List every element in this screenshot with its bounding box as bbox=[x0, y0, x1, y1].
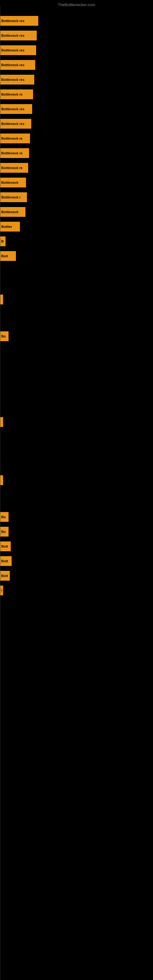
bar-item: B bbox=[0, 585, 6, 596]
bar-label: Bottleneck re bbox=[1, 166, 22, 170]
bar: Bottleneck re bbox=[0, 163, 28, 173]
bar-item: Bottleneck res bbox=[0, 118, 34, 129]
bar: B bbox=[0, 585, 3, 595]
bar: Bottleneck res bbox=[0, 60, 35, 70]
bar-item: Bo bbox=[0, 526, 12, 537]
bar-item: Bottleneck re bbox=[0, 148, 32, 159]
bar-item: Bo bbox=[0, 331, 12, 342]
bar-label: Bottleneck r bbox=[1, 196, 21, 199]
bar: Bott bbox=[0, 556, 12, 566]
bar: Bottleneck res bbox=[0, 75, 34, 84]
bar-label: Bottleneck res bbox=[1, 63, 24, 67]
bar-item: Bottleneck r bbox=[0, 192, 30, 203]
bar-label: Bottleneck bbox=[1, 181, 18, 185]
bar: Bottleneck res bbox=[0, 104, 32, 114]
bar-item: Bott bbox=[0, 555, 15, 566]
bar-label: Bottleneck res bbox=[1, 78, 24, 81]
bar-label: Bottleneck res bbox=[1, 19, 24, 23]
bar-label: Bott bbox=[1, 559, 8, 563]
bar-label: Bo bbox=[1, 530, 6, 533]
bar: Bottleneck res bbox=[0, 45, 36, 55]
bar-label: Bottler bbox=[1, 225, 12, 229]
bar: Bott bbox=[0, 571, 10, 581]
bar-label: Bottleneck res bbox=[1, 122, 24, 126]
bar-label: B bbox=[1, 589, 2, 592]
bar-item: Bottleneck res bbox=[0, 103, 35, 115]
bar-label: Bottleneck res bbox=[1, 107, 24, 111]
bar: Bottleneck bbox=[0, 178, 26, 188]
bar-item: Bott bbox=[0, 570, 13, 581]
bar-item: Bottleneck re bbox=[0, 89, 36, 100]
bar-item bbox=[0, 417, 5, 428]
bar-label: Bott bbox=[1, 544, 8, 548]
bar-label: Bott bbox=[1, 574, 8, 578]
bar-item: Bott bbox=[0, 541, 14, 552]
bar bbox=[0, 294, 3, 304]
bar: Bott bbox=[0, 251, 16, 261]
bar-item: B bbox=[0, 236, 9, 247]
bar-item: Bottleneck res bbox=[0, 30, 40, 41]
bar-item: Bottler bbox=[0, 221, 23, 232]
bar-label: Bottleneck re bbox=[1, 151, 22, 155]
bar-item: Bottleneck bbox=[0, 177, 29, 188]
bar-label: Bottleneck bbox=[1, 210, 18, 214]
axis-line bbox=[0, 6, 0, 980]
bar-label: Bo bbox=[1, 334, 6, 338]
bar: Bottleneck res bbox=[0, 16, 38, 26]
bar-item: Bottleneck res bbox=[0, 15, 41, 26]
bar: Bo bbox=[0, 331, 9, 341]
bar: Bottleneck res bbox=[0, 119, 31, 129]
bar-label: Bott bbox=[1, 254, 8, 258]
bar-label: Bottleneck re bbox=[1, 92, 22, 96]
bar bbox=[0, 475, 3, 485]
bar-label: B bbox=[1, 240, 4, 243]
bar-label: Bottleneck res bbox=[1, 34, 24, 37]
bar: Bottleneck bbox=[0, 207, 26, 217]
bar: Bottleneck re bbox=[0, 89, 33, 99]
bar: Bottleneck r bbox=[0, 192, 27, 202]
bar: Bott bbox=[0, 541, 11, 551]
bar-item bbox=[0, 475, 5, 486]
bar-item: Bottleneck res bbox=[0, 59, 38, 70]
bar bbox=[0, 417, 3, 427]
bar-item: Bottleneck re bbox=[0, 133, 33, 144]
bar: Bottleneck res bbox=[0, 30, 37, 40]
bar: Bottleneck re bbox=[0, 148, 29, 158]
bar-item: Bottleneck res bbox=[0, 74, 37, 85]
bar-item bbox=[0, 294, 5, 305]
bar-label: Bottleneck res bbox=[1, 48, 24, 52]
bar-item: Bo bbox=[0, 511, 12, 522]
bar-item: Bottleneck re bbox=[0, 162, 31, 173]
bar-item: Bottleneck res bbox=[0, 45, 39, 56]
bar-label: Bottleneck re bbox=[1, 137, 22, 140]
bar: Bo bbox=[0, 527, 9, 536]
bar: Bottleneck re bbox=[0, 134, 30, 143]
bar-item: Bottleneck bbox=[0, 207, 29, 218]
bar-label: Bo bbox=[1, 515, 6, 519]
bar: Bo bbox=[0, 512, 9, 522]
bar: Bottler bbox=[0, 222, 20, 232]
bar-item: Bott bbox=[0, 250, 19, 261]
bar: B bbox=[0, 236, 5, 246]
